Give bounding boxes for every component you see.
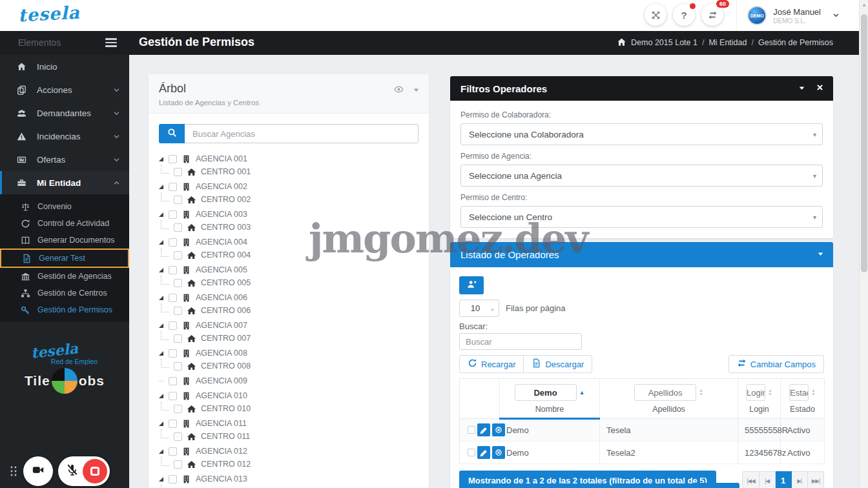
breadcrumb-item-gestion-de-permisos[interactable]: Gestión de Permisos bbox=[758, 38, 833, 47]
tree-agency-row[interactable]: AGENCIA 012 bbox=[159, 445, 418, 458]
partially-visible-button[interactable] bbox=[693, 483, 739, 488]
camera-button[interactable] bbox=[23, 456, 53, 486]
tree-agency-row[interactable]: AGENCIA 005 bbox=[159, 263, 418, 276]
tree-checkbox[interactable] bbox=[169, 294, 177, 302]
row-checkbox[interactable] bbox=[468, 426, 475, 434]
tree-caret-icon[interactable] bbox=[159, 212, 163, 217]
search-agencies-button[interactable] bbox=[159, 124, 185, 143]
tree-agency-row[interactable]: AGENCIA 013 bbox=[159, 473, 418, 485]
submenu-item-convenio[interactable]: Convenio bbox=[0, 198, 129, 215]
sidebar-item-demandantes[interactable]: Demandantes bbox=[0, 101, 129, 125]
tree-checkbox[interactable] bbox=[169, 420, 177, 428]
tree-checkbox[interactable] bbox=[169, 210, 177, 219]
tree-checkbox[interactable] bbox=[169, 392, 177, 400]
tree-checkbox[interactable] bbox=[169, 447, 177, 456]
download-button[interactable]: Descargar bbox=[524, 355, 592, 373]
tree-centro-row[interactable]: CENTRO 013 bbox=[159, 485, 418, 488]
page-button-1[interactable]: 1 bbox=[776, 471, 792, 488]
edit-button[interactable] bbox=[477, 446, 490, 459]
submenu-item-control-de-actividad[interactable]: Control de Actividad bbox=[0, 215, 129, 232]
mic-muted-button[interactable] bbox=[66, 463, 79, 479]
tree-centro-row[interactable]: CENTRO 001 bbox=[159, 165, 418, 178]
disable-button[interactable] bbox=[492, 446, 505, 459]
tree-caret-icon[interactable] bbox=[159, 477, 163, 482]
tree-centro-row[interactable]: CENTRO 011 bbox=[159, 430, 418, 443]
sidebar-item-ofertas[interactable]: Ofertas bbox=[0, 148, 129, 171]
eye-icon[interactable] bbox=[394, 85, 404, 97]
header-button-switch-icon[interactable]: 60 bbox=[701, 4, 723, 26]
sidebar-item-mi-entidad[interactable]: Mi Entidad bbox=[0, 171, 129, 194]
tree-checkbox[interactable] bbox=[174, 279, 182, 287]
sort-ascending-icon[interactable]: ▲ bbox=[579, 389, 585, 396]
table-header-nombre[interactable]: ▲Nombre bbox=[500, 379, 600, 419]
tree-checkbox[interactable] bbox=[169, 266, 177, 274]
tree-agency-row[interactable]: AGENCIA 004 bbox=[159, 236, 418, 249]
pagination-last-button[interactable]: ▶▶| bbox=[808, 471, 824, 488]
column-filter-input-estado[interactable] bbox=[789, 384, 809, 401]
tree-agency-row[interactable]: AGENCIA 006 bbox=[159, 291, 418, 304]
close-icon[interactable] bbox=[816, 83, 824, 94]
tree-caret-icon[interactable] bbox=[159, 422, 163, 426]
sidebar-item-inicio[interactable]: Inicio bbox=[0, 55, 129, 78]
caret-down-icon[interactable] bbox=[798, 85, 805, 93]
tree-agency-row[interactable]: AGENCIA 010 bbox=[159, 389, 418, 402]
caret-down-icon[interactable] bbox=[413, 86, 420, 95]
tree-checkbox[interactable] bbox=[169, 349, 177, 358]
tree-checkbox[interactable] bbox=[169, 475, 177, 483]
tree-centro-row[interactable]: CENTRO 005 bbox=[159, 276, 418, 289]
sidebar-item-acciones[interactable]: Acciones bbox=[0, 78, 129, 101]
table-header-estado[interactable]: ▲▼Estado bbox=[781, 379, 825, 419]
tree-caret-icon[interactable] bbox=[159, 185, 163, 189]
submenu-item-generar-test[interactable]: Generar Test bbox=[0, 249, 129, 268]
tree-centro-row[interactable]: CENTRO 010 bbox=[159, 402, 418, 415]
submenu-item-gestion-de-centros[interactable]: Gestión de Centros bbox=[0, 285, 129, 301]
tree-checkbox[interactable] bbox=[169, 155, 177, 163]
table-header-apellidos[interactable]: ▲▼Apellidos bbox=[600, 379, 738, 419]
hamburger-icon[interactable] bbox=[105, 38, 117, 49]
tree-checkbox[interactable] bbox=[174, 460, 182, 469]
tree-centro-row[interactable]: CENTRO 012 bbox=[159, 458, 418, 471]
tree-agency-row[interactable]: AGENCIA 007 bbox=[159, 319, 418, 332]
tree-checkbox[interactable] bbox=[174, 251, 182, 259]
tree-checkbox[interactable] bbox=[174, 196, 182, 204]
tree-centro-row[interactable]: CENTRO 007 bbox=[159, 332, 418, 345]
tree-caret-icon[interactable] bbox=[159, 394, 163, 398]
tree-checkbox[interactable] bbox=[169, 183, 177, 191]
header-button-fullscreen-icon[interactable] bbox=[645, 4, 666, 26]
tree-checkbox[interactable] bbox=[169, 238, 177, 247]
column-filter-input-nombre[interactable] bbox=[515, 384, 577, 401]
tree-checkbox[interactable] bbox=[174, 405, 182, 413]
column-filter-input-apellidos[interactable] bbox=[634, 384, 696, 401]
tree-caret-icon[interactable] bbox=[159, 323, 163, 328]
tree-agency-row[interactable]: AGENCIA 001 bbox=[159, 152, 418, 165]
tree-checkbox[interactable] bbox=[174, 432, 182, 441]
rows-per-page-select[interactable]: 10 ⌄ bbox=[459, 300, 499, 317]
tree-caret-icon[interactable] bbox=[159, 268, 163, 272]
tree-agency-row[interactable]: AGENCIA 008 bbox=[159, 347, 418, 360]
sort-icon[interactable]: ▲▼ bbox=[768, 389, 772, 396]
caret-down-icon[interactable] bbox=[817, 250, 824, 259]
change-fields-button[interactable]: Cambiar Campos bbox=[728, 355, 824, 373]
page-scrollbar[interactable]: ▲ bbox=[859, 0, 868, 488]
tree-checkbox[interactable] bbox=[174, 168, 182, 176]
tree-centro-row[interactable]: CENTRO 008 bbox=[159, 360, 418, 372]
breadcrumb-item-mi-entidad[interactable]: Mi Entidad bbox=[708, 38, 747, 47]
tree-caret-icon[interactable] bbox=[159, 157, 163, 161]
reload-button[interactable]: Recargar bbox=[459, 355, 524, 373]
tree-centro-row[interactable]: CENTRO 003 bbox=[159, 221, 418, 234]
stop-recording-button[interactable] bbox=[83, 459, 107, 483]
add-operator-button[interactable] bbox=[459, 276, 484, 294]
tree-checkbox[interactable] bbox=[169, 377, 177, 385]
pagination-next-button[interactable]: ▶| bbox=[792, 471, 808, 488]
sort-icon[interactable]: ▲▼ bbox=[699, 389, 703, 396]
tree-agency-row[interactable]: AGENCIA 003 bbox=[159, 208, 418, 221]
scroll-up-arrow-icon[interactable]: ▲ bbox=[862, 2, 867, 8]
submenu-item-gestion-de-agencias[interactable]: Gestión de Agencias bbox=[0, 268, 129, 285]
tree-caret-icon[interactable] bbox=[159, 351, 163, 356]
tree-caret-icon[interactable] bbox=[159, 240, 163, 245]
search-agencies-input[interactable] bbox=[185, 124, 418, 143]
user-menu[interactable]: DEMO José Manuel DEMO S.L. bbox=[736, 0, 840, 31]
drag-handle-icon[interactable] bbox=[9, 465, 18, 477]
submenu-item-gestion-de-permisos[interactable]: Gestión de Permisos bbox=[0, 301, 129, 318]
tree-checkbox[interactable] bbox=[174, 307, 182, 315]
